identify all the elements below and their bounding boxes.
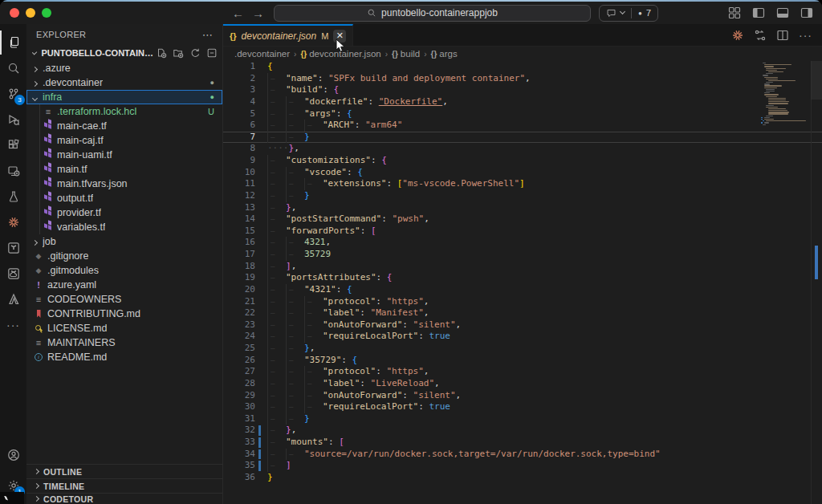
- code-line-23[interactable]: 23"onAutoForward": "silent",: [223, 319, 822, 331]
- folder-infra[interactable]: infra●: [26, 90, 222, 104]
- code-line-19[interactable]: 19"portsAttributes": {: [223, 272, 822, 284]
- code-line-27[interactable]: 27"protocol": "https",: [223, 366, 822, 378]
- file-maintainers[interactable]: ≡MAINTAINERS: [26, 335, 222, 350]
- activity-search[interactable]: [0, 56, 26, 80]
- scrollbar-thumb[interactable]: [811, 61, 822, 100]
- file-provider-tf[interactable]: provider.tf: [26, 205, 222, 220]
- code-line-4[interactable]: 4"dockerfile": "Dockerfile",: [223, 96, 822, 108]
- file-contributing-md[interactable]: CONTRIBUTING.md: [26, 307, 222, 321]
- file-main-tfvars-json[interactable]: main.tfvars.json: [26, 177, 222, 191]
- editor-scrollbar[interactable]: [811, 61, 822, 504]
- breadcrumb-item-args[interactable]: {}args: [431, 49, 458, 59]
- code-line-36[interactable]: 36}: [223, 472, 822, 484]
- toggle-secondary-sidebar-icon[interactable]: [800, 6, 814, 20]
- workspace-root-row[interactable]: PUNTOBELLO-CONTAINERAP...: [26, 45, 222, 61]
- close-window-button[interactable]: [10, 8, 19, 18]
- new-folder-icon[interactable]: [173, 47, 184, 59]
- code-line-14[interactable]: 14"postStartCommand": "pwsh",: [223, 213, 822, 226]
- code-line-8[interactable]: 8····},: [223, 143, 822, 155]
- code-line-22[interactable]: 22"label": "Manifest",: [223, 307, 822, 319]
- file--gitmodules[interactable]: ◆.gitmodules: [26, 263, 222, 278]
- minimize-window-button[interactable]: [26, 8, 35, 18]
- code-line-2[interactable]: 2"name": "SPFx build and deployment cont…: [223, 73, 822, 85]
- code-line-20[interactable]: 20"4321": {: [223, 284, 822, 296]
- tab-devcontainer-json[interactable]: {} devcontainer.json M ✕: [223, 24, 353, 46]
- activity-azure[interactable]: [0, 287, 26, 311]
- code-line-12[interactable]: 12}: [223, 190, 822, 202]
- activity-explorer[interactable]: [0, 30, 26, 55]
- file-output-tf[interactable]: output.tf: [26, 191, 222, 205]
- activity-source-control[interactable]: 3: [0, 82, 26, 106]
- copilot-button[interactable]: ● 7: [599, 5, 658, 22]
- activity-accounts[interactable]: [0, 443, 26, 467]
- folder--devcontainer[interactable]: .devcontainer●: [26, 75, 222, 90]
- code-line-25[interactable]: 25},: [223, 343, 822, 355]
- code-line-24[interactable]: 24"requireLocalPort": true: [223, 331, 822, 343]
- code-line-3[interactable]: 3"build": {: [223, 84, 822, 96]
- forward-icon[interactable]: →: [252, 6, 264, 20]
- code-line-17[interactable]: 1735729: [223, 249, 822, 261]
- code-line-34[interactable]: 34"source=/var/run/docker.sock,target=/v…: [223, 449, 822, 461]
- code-line-33[interactable]: 33"mounts": [: [223, 437, 822, 449]
- code-line-35[interactable]: 35]: [223, 460, 822, 472]
- activity-extensions[interactable]: [0, 133, 26, 157]
- file-readme-md[interactable]: iREADME.md: [26, 350, 222, 364]
- collapse-all-icon[interactable]: [206, 47, 218, 59]
- code-line-15[interactable]: 15"forwardPorts": [: [223, 226, 822, 238]
- file-variables-tf[interactable]: variables.tf: [26, 220, 222, 234]
- refresh-icon[interactable]: [189, 47, 201, 59]
- file-main-cae-tf[interactable]: main-cae.tf: [26, 119, 222, 133]
- code-line-10[interactable]: 10"vscode": {: [223, 167, 822, 179]
- command-center-search[interactable]: puntobello-containerappjob: [274, 5, 591, 22]
- activity-testing[interactable]: [0, 185, 26, 209]
- code-line-21[interactable]: 21"protocol": "https",: [223, 296, 822, 308]
- activity-remote-explorer[interactable]: [0, 159, 26, 183]
- folder-job[interactable]: job: [26, 234, 222, 249]
- compare-changes-icon[interactable]: [754, 29, 767, 42]
- code-line-28[interactable]: 28"label": "LiveReload",: [223, 378, 822, 390]
- code-line-11[interactable]: 11"extensions": ["ms-vscode.PowerShell"]: [223, 178, 822, 190]
- file-main-uami-tf[interactable]: main-uami.tf: [26, 148, 222, 162]
- section-timeline[interactable]: TIMELINE: [26, 478, 222, 493]
- back-icon[interactable]: ←: [232, 6, 244, 20]
- folder--azure[interactable]: .azure: [26, 61, 222, 75]
- code-line-1[interactable]: 1{: [223, 61, 822, 73]
- activity-starburst-extension[interactable]: [0, 210, 26, 234]
- code-line-29[interactable]: 29"onAutoForward": "silent",: [223, 390, 822, 402]
- customize-layout-icon[interactable]: [727, 6, 742, 20]
- new-file-icon[interactable]: [156, 47, 167, 59]
- code-editor[interactable]: 1{2"name": "SPFx build and deployment co…: [223, 61, 822, 504]
- activity-run-debug[interactable]: [0, 108, 26, 132]
- code-line-18[interactable]: 18],: [223, 261, 822, 273]
- code-line-26[interactable]: 26"35729": {: [223, 355, 822, 367]
- minimap[interactable]: [763, 63, 809, 126]
- starburst-icon[interactable]: [731, 29, 744, 42]
- file-license-md[interactable]: LICENSE.md: [26, 321, 222, 335]
- split-editor-icon[interactable]: [776, 29, 789, 42]
- file-main-caj-tf[interactable]: main-caj.tf: [26, 133, 222, 148]
- code-line-5[interactable]: 5"args": {: [223, 108, 822, 120]
- breadcrumb-item-build[interactable]: {}build: [392, 49, 420, 59]
- section-codetour[interactable]: CODETOUR: [26, 493, 222, 504]
- file-azure-yaml[interactable]: !azure.yaml: [26, 278, 222, 292]
- code-line-7[interactable]: 7}: [223, 132, 822, 144]
- zoom-window-button[interactable]: [42, 8, 51, 18]
- file--terraform-lock-hcl[interactable]: ≡.terraform.lock.hclU: [26, 104, 222, 119]
- code-line-13[interactable]: 13},: [223, 202, 822, 214]
- code-line-31[interactable]: 31}: [223, 413, 822, 425]
- code-line-30[interactable]: 30"requireLocalPort": true: [223, 401, 822, 413]
- activity-terraform-cloud[interactable]: [0, 262, 26, 286]
- file-codeowners[interactable]: ≡CODEOWNERS: [26, 292, 222, 307]
- code-line-16[interactable]: 164321,: [223, 237, 822, 249]
- toggle-primary-sidebar-icon[interactable]: [751, 6, 766, 20]
- file-main-tf[interactable]: main.tf: [26, 162, 222, 177]
- code-line-6[interactable]: 6"ARCH": "arm64": [223, 120, 822, 132]
- sidebar-more-actions-icon[interactable]: ⋯: [202, 29, 213, 41]
- code-line-32[interactable]: 32},: [223, 425, 822, 437]
- toggle-panel-icon[interactable]: [775, 6, 790, 20]
- file--gitignore[interactable]: ◆.gitignore: [26, 249, 222, 263]
- breadcrumb-item--devcontainer[interactable]: .devcontainer: [234, 49, 290, 59]
- ellipsis-icon[interactable]: ···: [799, 28, 812, 43]
- code-line-9[interactable]: 9"customizations": {: [223, 155, 822, 167]
- activity-more-views[interactable]: ···: [0, 313, 26, 337]
